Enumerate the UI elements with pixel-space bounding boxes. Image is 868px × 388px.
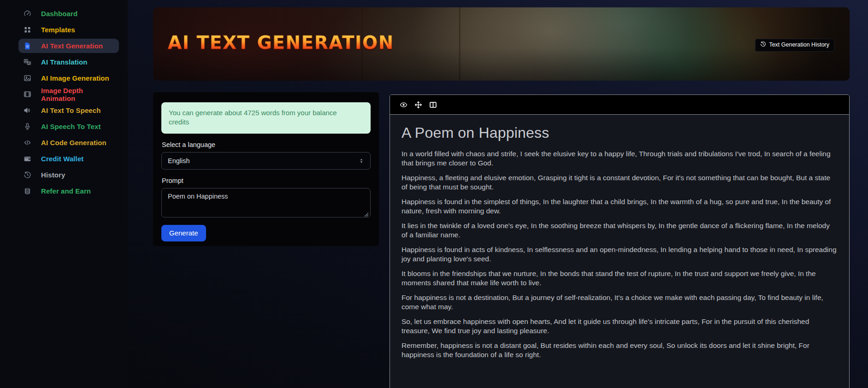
sidebar-item-label: Image Depth Animation bbox=[41, 87, 119, 102]
sidebar-item-image-depth-animation[interactable]: Image Depth Animation bbox=[18, 87, 119, 101]
move-icon[interactable] bbox=[414, 101, 422, 109]
select-arrows-icon bbox=[358, 158, 365, 164]
page-title: AI TEXT GENERATION bbox=[168, 34, 394, 52]
columns-icon[interactable] bbox=[429, 101, 437, 109]
poem-paragraph: Happiness, a fleeting and elusive emotio… bbox=[402, 173, 838, 191]
result-toolbar bbox=[390, 95, 849, 115]
sidebar-item-label: Templates bbox=[41, 26, 75, 34]
poem-paragraph: It lies in the twinkle of a loved one's … bbox=[402, 221, 838, 239]
sidebar-item-label: AI Speech To Text bbox=[41, 123, 101, 130]
poem-paragraph: Remember, happiness is not a distant goa… bbox=[402, 341, 838, 359]
credits-alert-text: You can generate about 4725 words from y… bbox=[169, 108, 354, 127]
sidebar-item-label: Credit Wallet bbox=[41, 155, 83, 163]
sidebar-item-ai-translation[interactable]: AI Translation bbox=[18, 55, 119, 69]
language-select-value: English bbox=[168, 157, 190, 165]
code-icon bbox=[23, 139, 31, 147]
poem-paragraph: So, let us embrace happiness with open h… bbox=[402, 317, 838, 335]
sidebar-item-label: Refer and Earn bbox=[41, 187, 91, 195]
document-icon bbox=[23, 42, 31, 50]
sidebar-nav: DashboardTemplatesAI Text GenerationAI T… bbox=[0, 6, 128, 198]
sidebar-item-label: AI Translation bbox=[41, 58, 88, 66]
sidebar-item-ai-speech-to-text[interactable]: AI Speech To Text bbox=[18, 119, 119, 134]
sidebar-item-dashboard[interactable]: Dashboard bbox=[18, 6, 119, 21]
coins-icon bbox=[23, 187, 31, 195]
sidebar-item-label: AI Image Generation bbox=[41, 74, 109, 82]
sidebar-item-label: History bbox=[41, 171, 65, 179]
language-label: Select a language bbox=[162, 141, 371, 148]
generate-button[interactable]: Generate bbox=[161, 225, 206, 241]
sidebar-item-templates[interactable]: Templates bbox=[18, 23, 119, 37]
language-select[interactable]: English bbox=[161, 152, 371, 170]
sidebar-item-ai-code-generation[interactable]: AI Code Generation bbox=[18, 135, 119, 150]
result-body: A Poem on Happiness In a world filled wi… bbox=[390, 115, 849, 359]
history-icon bbox=[760, 41, 766, 49]
poem-paragraph: Happiness is found in the simplest of th… bbox=[402, 197, 838, 215]
prompt-value: Poem on Happiness bbox=[168, 193, 228, 200]
sidebar-item-label: AI Code Generation bbox=[41, 139, 106, 147]
image-icon bbox=[23, 74, 31, 82]
text-generation-history-button[interactable]: Text Generation History bbox=[755, 39, 834, 52]
sidebar-item-ai-text-to-speech[interactable]: AI Text To Speech bbox=[18, 103, 119, 118]
speaker-icon bbox=[23, 106, 31, 115]
poem-paragraph: In a world filled with chaos and strife,… bbox=[402, 149, 838, 167]
sidebar-item-refer-and-earn[interactable]: Refer and Earn bbox=[18, 184, 119, 198]
sidebar-item-history[interactable]: History bbox=[18, 168, 119, 182]
history-icon bbox=[23, 171, 31, 179]
translation-icon bbox=[23, 58, 31, 66]
sidebar-item-ai-text-generation[interactable]: AI Text Generation bbox=[18, 39, 119, 53]
history-button-label: Text Generation History bbox=[769, 41, 829, 48]
sidebar: DashboardTemplatesAI Text GenerationAI T… bbox=[0, 0, 128, 388]
wallet-icon bbox=[23, 155, 31, 163]
sidebar-item-label: Dashboard bbox=[41, 10, 77, 18]
resize-grip-icon[interactable] bbox=[364, 211, 369, 216]
sidebar-item-credit-wallet[interactable]: Credit Wallet bbox=[18, 152, 119, 166]
sidebar-item-label: AI Text Generation bbox=[41, 42, 103, 50]
microphone-icon bbox=[23, 123, 31, 131]
banner: AI TEXT GENERATION Text Generation Histo… bbox=[153, 7, 850, 81]
credits-alert: You can generate about 4725 words from y… bbox=[161, 102, 371, 134]
eye-icon[interactable] bbox=[400, 101, 407, 109]
prompt-textarea[interactable]: Poem on Happiness bbox=[161, 188, 371, 218]
generation-form-panel: You can generate about 4725 words from y… bbox=[153, 92, 379, 246]
poem-paragraph: It blooms in the friendships that we nur… bbox=[402, 269, 838, 287]
sidebar-item-label: AI Text To Speech bbox=[41, 106, 101, 114]
poem-paragraph: For happiness is not a destination, But … bbox=[402, 293, 838, 311]
prompt-label: Prompt bbox=[162, 177, 371, 184]
film-icon bbox=[23, 90, 31, 99]
templates-icon bbox=[23, 26, 31, 34]
gauge-icon bbox=[23, 10, 31, 18]
poem-text: In a world filled with chaos and strife,… bbox=[402, 149, 838, 359]
sidebar-item-ai-image-generation[interactable]: AI Image Generation bbox=[18, 71, 119, 85]
result-title: A Poem on Happiness bbox=[402, 124, 838, 141]
poem-paragraph: Happiness is found in acts of kindness, … bbox=[402, 245, 838, 263]
result-panel: A Poem on Happiness In a world filled wi… bbox=[390, 94, 850, 388]
